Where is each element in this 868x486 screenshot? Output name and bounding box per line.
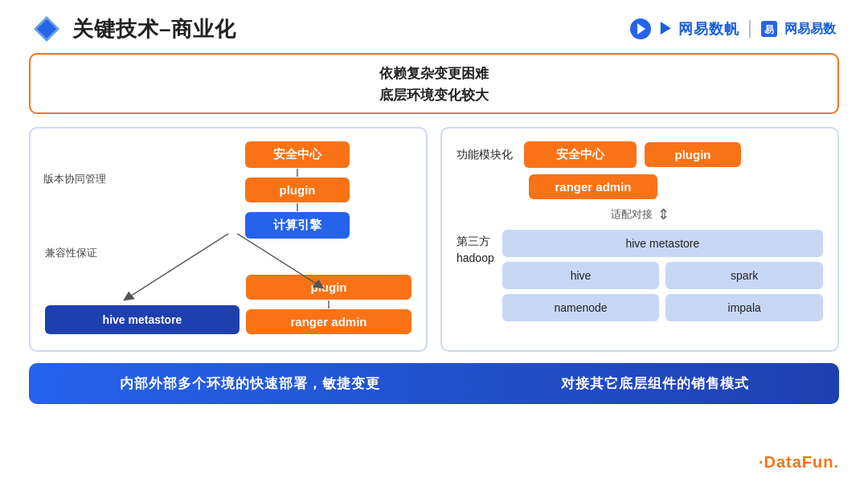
plugin-ranger-col: plugin ranger admin bbox=[246, 275, 411, 334]
third-party-section: 第三方 hadoop hive metastore hive spark nam… bbox=[457, 230, 823, 321]
left-col-inner: 版本协同管理 安全中心 plugin 计算引擎 兼容性保证 bbox=[45, 141, 411, 334]
adapt-row: 适配对接 ⇕ bbox=[457, 206, 823, 223]
third-label: 第三方 hadoop bbox=[457, 230, 494, 267]
datafun-logo: ·DataFun. bbox=[759, 453, 839, 472]
arrow-line2 bbox=[297, 203, 298, 211]
r-security-center: 安全中心 bbox=[524, 141, 637, 168]
bottom-text2: 对接其它底层组件的销售模式 bbox=[561, 374, 749, 393]
compat-label: 兼容性保证 bbox=[45, 246, 97, 260]
top-banner-line2: 底层环境变化较大 bbox=[31, 84, 837, 106]
security-center-btn: 安全中心 bbox=[245, 141, 350, 168]
plugin1-btn: plugin bbox=[245, 178, 350, 202]
version-label: 版本协同管理 bbox=[43, 172, 106, 186]
logo-text2: 网易易数 bbox=[784, 21, 836, 38]
stack-area: 安全中心 plugin 计算引擎 bbox=[245, 141, 350, 239]
top-banner-line1: 依赖复杂变更困难 bbox=[31, 63, 837, 84]
logo-text1: ▶ 网易数帆 bbox=[658, 19, 739, 39]
svg-text:易: 易 bbox=[764, 24, 774, 35]
bottom-banner: 内部外部多个环境的快速部署，敏捷变更 对接其它底层组件的销售模式 bbox=[29, 363, 839, 404]
bottom-text1: 内部外部多个环境的快速部署，敏捷变更 bbox=[120, 374, 380, 393]
r-namenode: namenode bbox=[502, 294, 660, 321]
r-ranger-admin: ranger admin bbox=[529, 174, 657, 199]
hive-spark-row: hive spark bbox=[502, 262, 823, 289]
hive-metastore-btn: hive metastore bbox=[45, 305, 240, 334]
compute-engine-btn: 计算引擎 bbox=[245, 212, 350, 239]
namenode-impala-row: namenode impala bbox=[502, 294, 823, 321]
right-row2: ranger admin bbox=[457, 174, 823, 199]
logo-icon bbox=[629, 18, 652, 40]
arrow-line1 bbox=[297, 169, 298, 177]
right-row1: 功能模块化 安全中心 plugin bbox=[457, 141, 823, 168]
right-column: 功能模块化 安全中心 plugin ranger admin 适配对接 ⇕ 第三… bbox=[440, 127, 839, 352]
r-plugin: plugin bbox=[645, 142, 741, 167]
func-label: 功能模块化 bbox=[457, 148, 513, 162]
columns: 版本协同管理 安全中心 plugin 计算引擎 兼容性保证 bbox=[29, 127, 839, 352]
ranger-admin-btn: ranger admin bbox=[246, 309, 411, 334]
r-hive-metastore: hive metastore bbox=[502, 230, 823, 257]
grid-boxes: hive metastore hive spark namenode impal… bbox=[502, 230, 823, 321]
r-impala: impala bbox=[665, 294, 823, 321]
diamond-icon bbox=[32, 14, 61, 43]
logo-icon2: 易 bbox=[760, 20, 778, 38]
main-content: 依赖复杂变更困难 底层环境变化较大 版本协同管理 安全中心 plugin bbox=[0, 53, 868, 352]
plugin2-btn: plugin bbox=[246, 275, 411, 300]
page-title: 关键技术–商业化 bbox=[72, 15, 236, 43]
header-left: 关键技术–商业化 bbox=[32, 14, 236, 43]
arrow3 bbox=[328, 300, 330, 309]
adapt-label: 适配对接 bbox=[611, 207, 653, 222]
header: 关键技术–商业化 ▶ 网易数帆 易 网易易数 bbox=[0, 0, 868, 53]
bottom-row: hive metastore plugin ranger admin bbox=[45, 275, 411, 334]
arrow2 bbox=[297, 202, 298, 212]
adapt-arrow-icon: ⇕ bbox=[657, 206, 669, 223]
arrow1 bbox=[297, 168, 298, 178]
left-column: 版本协同管理 安全中心 plugin 计算引擎 兼容性保证 bbox=[29, 127, 428, 352]
logo-divider bbox=[749, 20, 751, 38]
r-spark: spark bbox=[665, 262, 823, 289]
top-banner: 依赖复杂变更困难 底层环境变化较大 bbox=[29, 53, 839, 114]
arrow-line3 bbox=[328, 300, 330, 308]
svg-marker-1 bbox=[37, 19, 56, 39]
header-logo: ▶ 网易数帆 易 网易易数 bbox=[629, 18, 836, 40]
r-hive: hive bbox=[502, 262, 660, 289]
